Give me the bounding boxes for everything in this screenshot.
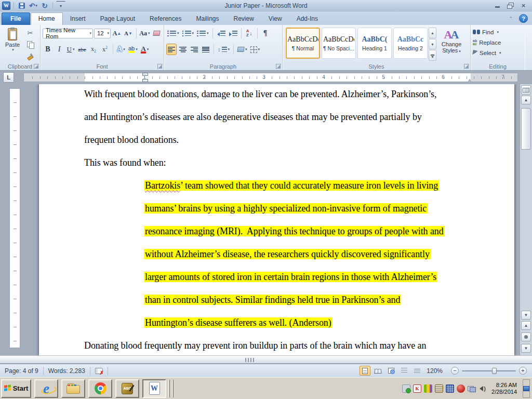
bullets-button[interactable]: ▾: [166, 28, 180, 39]
clipboard-dialog-launcher-icon[interactable]: [34, 64, 39, 69]
print-layout-view-button[interactable]: [360, 366, 370, 376]
subscript-button[interactable]: x2: [88, 44, 99, 55]
text-highlight-button[interactable]: ab▾: [127, 44, 139, 55]
tab-file[interactable]: File: [2, 12, 30, 25]
proofing-status-button[interactable]: [90, 364, 108, 377]
text-effects-button[interactable]: A▾: [116, 44, 126, 55]
close-button[interactable]: ×: [519, 3, 528, 9]
line-spacing-button[interactable]: ↕▾: [217, 44, 231, 55]
font-color-button[interactable]: A▾: [140, 44, 150, 55]
strikethrough-button[interactable]: abe: [77, 44, 87, 55]
shading-button[interactable]: ▾: [236, 44, 248, 55]
zoom-in-button[interactable]: +: [519, 367, 527, 375]
styles-scroll-down-button[interactable]: ▼: [429, 39, 436, 50]
word-app-icon[interactable]: W: [2, 2, 10, 10]
shrink-font-button[interactable]: A▼: [123, 28, 134, 39]
draft-view-button[interactable]: [411, 366, 422, 376]
taskbar-clock[interactable]: 8:26 AM 2/28/2014: [489, 382, 520, 395]
web-layout-view-button[interactable]: [385, 366, 396, 376]
highlighted-quote-line[interactable]: than in control subjects. Similar findin…: [84, 293, 495, 316]
collapse-ribbon-icon[interactable]: ⌃: [507, 15, 515, 22]
tab-review[interactable]: Review: [226, 13, 261, 25]
style-heading-2[interactable]: AaBbCc Heading 2: [393, 28, 428, 59]
tray-gold-app-icon[interactable]: [435, 384, 443, 393]
zoom-slider-track[interactable]: [462, 370, 516, 371]
paragraph-dialog-launcher-icon[interactable]: [276, 64, 281, 69]
tab-view[interactable]: View: [261, 13, 289, 25]
undo-button[interactable]: ↶▾: [29, 1, 38, 10]
grow-font-button[interactable]: A▲: [112, 28, 122, 39]
text-line[interactable]: and Huntington’s diseases are also degen…: [84, 110, 495, 133]
font-dialog-launcher-icon[interactable]: [157, 64, 163, 69]
text-line[interactable]: Donating blood frequently may prevent ir…: [84, 339, 495, 355]
bold-button[interactable]: B: [43, 44, 53, 55]
start-button[interactable]: Start: [1, 379, 31, 398]
highlighted-quote-line[interactable]: Bartzokis’ team showed that they could a…: [84, 179, 495, 202]
tab-home[interactable]: Home: [31, 12, 63, 25]
tray-blue-app-icon[interactable]: [446, 384, 454, 393]
align-left-button[interactable]: [166, 44, 177, 55]
underline-button[interactable]: U▾: [65, 44, 76, 55]
zoom-out-button[interactable]: −: [451, 367, 459, 375]
clear-formatting-button[interactable]: [151, 28, 162, 39]
vertical-ruler[interactable]: [9, 88, 20, 348]
highlighted-quote-line[interactable]: larger amounts of stored iron in certain…: [84, 270, 495, 293]
tab-mailings[interactable]: Mailings: [189, 13, 226, 25]
right-indent-marker[interactable]: [468, 78, 472, 82]
tray-utility-icon[interactable]: [424, 384, 432, 393]
text-line[interactable]: frequent blood donations.: [84, 133, 495, 156]
change-styles-button[interactable]: AA Change Styles▾: [436, 26, 467, 62]
numbering-button[interactable]: ▾: [181, 28, 195, 39]
help-button[interactable]: ?: [519, 14, 528, 23]
text-line[interactable]: This was found when:: [84, 156, 495, 179]
tray-network-icon[interactable]: [468, 384, 476, 393]
font-name-combobox[interactable]: Times New Rom▾: [43, 29, 93, 38]
styles-scroll-up-button[interactable]: ▲: [429, 28, 436, 38]
decrease-indent-button[interactable]: [216, 28, 227, 39]
align-right-button[interactable]: [189, 44, 200, 55]
style-heading-1[interactable]: AaBbC( Heading 1: [357, 28, 392, 59]
page-indicator[interactable]: Page: 4 of 9: [0, 364, 43, 377]
style-normal[interactable]: AaBbCcDc ¶ Normal: [286, 28, 320, 59]
find-button[interactable]: Find▾: [473, 28, 523, 36]
copy-button[interactable]: [25, 39, 35, 50]
tray-volume-icon[interactable]: [478, 384, 487, 393]
taskbar-dictionary-button[interactable]: ABC: [115, 379, 139, 398]
styles-more-button[interactable]: ▬▼: [429, 50, 436, 61]
tab-add-ins[interactable]: Add-Ins: [289, 13, 325, 25]
tray-antivirus-icon[interactable]: K: [413, 384, 421, 393]
tray-device-status-icon[interactable]: [402, 384, 410, 393]
taskbar-word-button[interactable]: W: [142, 379, 166, 398]
tray-red-app-icon[interactable]: [457, 384, 465, 393]
show-desktop-button[interactable]: [523, 379, 530, 398]
document-page[interactable]: With frequent blood donations, damage to…: [39, 84, 514, 355]
italic-button[interactable]: I: [54, 44, 64, 55]
styles-dialog-launcher-icon[interactable]: [464, 64, 469, 69]
ruler-toggle-button[interactable]: [521, 85, 531, 95]
tab-page-layout[interactable]: Page Layout: [93, 13, 142, 25]
borders-button[interactable]: ▾: [249, 44, 261, 55]
tab-references[interactable]: References: [142, 13, 189, 25]
highlighted-quote-line[interactable]: without Alzheimer’s disease, the researc…: [84, 247, 495, 270]
superscript-button[interactable]: x2: [100, 44, 110, 55]
cut-button[interactable]: ✂: [25, 28, 35, 38]
font-size-combobox[interactable]: 12▾: [94, 29, 111, 38]
scroll-up-button[interactable]: ▲: [521, 96, 531, 104]
paste-button[interactable]: Paste ▾: [2, 26, 23, 61]
highlighted-quote-line[interactable]: Huntington’s disease sufferers as well. …: [84, 316, 495, 339]
customize-quick-access-button[interactable]: ▾: [56, 1, 65, 10]
browse-object-button[interactable]: [521, 332, 531, 341]
left-indent-marker[interactable]: [142, 76, 147, 82]
outline-view-button[interactable]: [398, 366, 409, 376]
justify-button[interactable]: [201, 44, 211, 55]
horizontal-scrollbar[interactable]: [0, 355, 532, 364]
change-case-button[interactable]: Aa▾: [139, 28, 150, 39]
text-line[interactable]: With frequent blood donations, damage to…: [84, 87, 495, 110]
show-hide-paragraph-button[interactable]: ¶: [260, 28, 271, 39]
increase-indent-button[interactable]: [228, 28, 238, 39]
vertical-scrollbar[interactable]: ▲ ▼ ▲ ▼: [520, 84, 532, 355]
select-button[interactable]: Select▾: [473, 48, 523, 57]
fullscreen-reading-view-button[interactable]: [373, 366, 383, 376]
tab-insert[interactable]: Insert: [63, 13, 93, 25]
taskbar-file-explorer-button[interactable]: [61, 379, 85, 398]
